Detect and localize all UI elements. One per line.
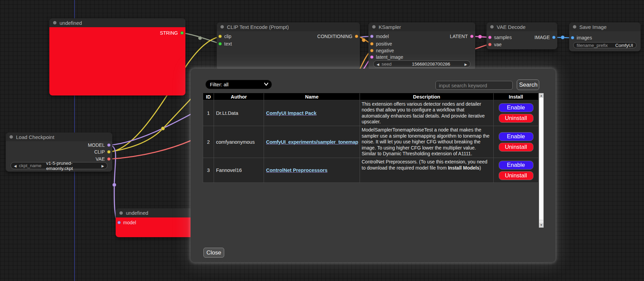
node-ksampler[interactable]: KSampler model positive negative latent_… (368, 22, 475, 70)
ckpt-name-widget[interactable]: ckpt_name v1-5-pruned-emaonly.ckpt (11, 162, 108, 169)
input-label: model (123, 220, 136, 225)
node-body: STRING (49, 27, 185, 95)
scroll-down-icon[interactable] (539, 223, 543, 227)
node-title-bar[interactable]: Save Image (569, 22, 641, 31)
input-port-images[interactable] (571, 36, 574, 39)
output-label: MODEL (88, 142, 105, 148)
increment-arrow-icon[interactable] (101, 163, 104, 168)
filter-dropdown-wrap: Filter: all (205, 80, 272, 89)
input-label: text (224, 41, 232, 47)
search-button[interactable]: Search (517, 80, 539, 90)
header-author: Author (214, 93, 264, 100)
node-vae-decode[interactable]: VAE Decode samples vae IMAGE (486, 22, 557, 49)
cell-description: ControlNet Preprocessors. (To use this e… (360, 158, 494, 183)
search-input[interactable] (435, 81, 513, 90)
node-load-checkpoint[interactable]: Load Checkpoint MODEL CLIP VAE ckpt_name… (6, 133, 112, 172)
extension-link[interactable]: ControlNet Preprocessors (266, 168, 328, 173)
output-label: IMAGE (534, 35, 550, 40)
decrement-arrow-icon[interactable] (14, 163, 17, 168)
node-undefined-top[interactable]: undefined STRING (49, 18, 185, 95)
input-label: images (577, 35, 592, 40)
extension-link[interactable]: ComfyUI Impact Pack (266, 110, 316, 116)
input-port-positive[interactable] (370, 42, 374, 46)
increment-arrow-icon[interactable] (464, 62, 467, 67)
output-port-latent[interactable] (470, 35, 474, 38)
widget-label: ckpt_name (19, 163, 42, 168)
node-dot-icon (490, 25, 494, 29)
node-save-image[interactable]: Save Image images filename_prefix ComfyU… (569, 22, 641, 51)
decrement-arrow-icon[interactable] (377, 62, 379, 67)
uninstall-button[interactable]: Uninstall (499, 114, 533, 123)
scrollbar-thumb[interactable] (539, 98, 543, 220)
node-dot-icon (119, 211, 123, 215)
table-scrollbar[interactable] (539, 93, 544, 228)
table-row: 2 comfyanonymous ComfyUI_experiments/sam… (203, 126, 538, 158)
node-dot-icon (220, 25, 224, 29)
node-title-bar[interactable]: VAE Decode (486, 22, 557, 31)
output-port-clip[interactable] (107, 150, 111, 154)
input-port-vae[interactable] (488, 43, 492, 46)
node-title: Load Checkpoint (16, 134, 54, 140)
wire-vae-left (110, 140, 192, 159)
input-port-clip[interactable] (218, 35, 222, 38)
output-label: VAE (96, 156, 105, 162)
node-title: VAE Decode (497, 24, 526, 30)
widget-value: ComfyUI (615, 43, 633, 48)
output-port-vae[interactable] (107, 157, 111, 161)
enable-button[interactable]: Enable (499, 161, 533, 170)
input-port-samples[interactable] (488, 36, 492, 39)
wire-midpoint-dot (113, 183, 116, 187)
output-port-model[interactable] (107, 143, 111, 147)
node-clip-text-encode[interactable]: CLIP Text Encode (Prompt) clip text COND… (217, 22, 360, 70)
wire-clip-secondary (110, 87, 202, 152)
filename-prefix-widget[interactable]: filename_prefix ComfyUI (573, 42, 637, 48)
wire-midpoint-dot (161, 127, 165, 130)
input-port-negative[interactable] (370, 49, 374, 52)
wire-midpoint-dot (362, 38, 366, 42)
output-port-conditioning[interactable] (355, 35, 358, 38)
node-title-bar[interactable]: undefined (49, 18, 185, 27)
node-title: CLIP Text Encode (Prompt) (227, 24, 289, 30)
cell-author: comfyanonymous (214, 126, 264, 158)
output-port-image[interactable] (552, 36, 556, 39)
extension-table: ID Author Name Description Install 1 Dr.… (203, 93, 538, 183)
uninstall-button[interactable]: Uninstall (499, 143, 533, 152)
widget-value: 156680208700286 (412, 62, 450, 67)
extension-link[interactable]: ComfyUI_experiments/sampler_tonemap (266, 139, 358, 145)
cell-id: 2 (203, 126, 214, 158)
input-port-model[interactable] (117, 221, 121, 224)
close-button[interactable]: Close (203, 248, 224, 258)
header-name: Name (264, 93, 360, 100)
node-dot-icon (573, 25, 576, 29)
node-title-bar[interactable]: CLIP Text Encode (Prompt) (217, 22, 360, 31)
node-title-bar[interactable]: undefined (116, 208, 194, 217)
input-port-model[interactable] (370, 35, 374, 38)
node-title-bar[interactable]: KSampler (368, 22, 475, 31)
output-label: LATENT (450, 34, 468, 39)
seed-widget[interactable]: seed 156680208700286 (373, 60, 470, 68)
output-port-string[interactable] (180, 31, 184, 35)
output-label: CLIP (94, 149, 105, 155)
enable-button[interactable]: Enable (499, 103, 533, 112)
input-label: latent_image (376, 54, 403, 60)
table-row: 1 Dr.Lt.Data ComfyUI Impact Pack This ex… (203, 100, 538, 126)
node-dot-icon (10, 135, 13, 139)
node-body: images filename_prefix ComfyUI (569, 31, 641, 51)
node-undefined-bottom[interactable]: undefined model (116, 208, 194, 237)
uninstall-button[interactable]: Uninstall (499, 171, 533, 180)
input-port-text[interactable] (218, 42, 222, 46)
node-body: MODEL CLIP VAE ckpt_name v1-5-pruned-ema… (6, 141, 112, 172)
node-title-bar[interactable]: Load Checkpoint (6, 133, 112, 141)
header-install: Install (494, 93, 539, 100)
node-canvas[interactable]: undefined STRING CLIP Text Encode (Promp… (0, 0, 644, 281)
scroll-up-icon[interactable] (539, 93, 543, 98)
filter-dropdown[interactable]: Filter: all (205, 80, 272, 89)
node-title: KSampler (379, 24, 401, 30)
cell-description: ModelSamplerTonemapNoiseTest a node that… (360, 126, 494, 158)
enable-button[interactable]: Enable (499, 132, 533, 141)
node-title: Save Image (579, 24, 607, 30)
input-port-latent-image[interactable] (370, 55, 374, 59)
table-header-row: ID Author Name Description Install (203, 93, 538, 100)
widget-label: filename_prefix (577, 43, 608, 48)
cell-description: This extension offers various detector n… (360, 100, 494, 126)
